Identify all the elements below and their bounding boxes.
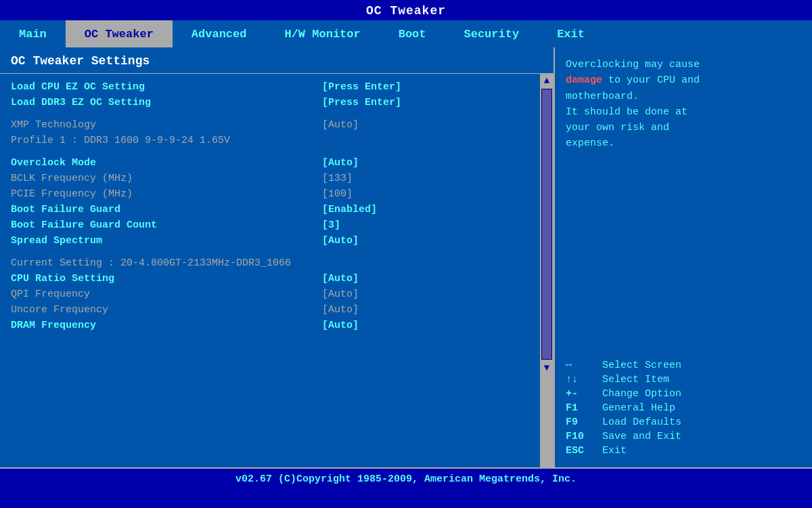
key-action: Save and Exit [602,431,681,442]
scrollbar[interactable]: ▲ ▼ [540,74,554,467]
setting-label: BCLK Frequency (MHz) [11,173,322,184]
menu-item-main[interactable]: Main [0,20,66,47]
setting-row: Load CPU EZ OC Setting[Press Enter] [0,79,540,95]
left-panel-header: OC Tweaker Settings [0,47,554,74]
setting-value: [Auto] [322,235,359,247]
key-symbol: F9 [566,417,602,428]
key-bindings: ↔Select Screen↑↓Select Item+-Change Opti… [566,358,801,458]
setting-label: Overclock Mode [11,157,322,169]
key-binding-row: F9Load Defaults [566,415,801,429]
damage-word: damage [566,75,602,86]
menu-item-exit[interactable]: Exit [538,20,604,47]
setting-value: [Auto] [322,304,359,316]
setting-row [0,148,540,155]
scrollbar-thumb[interactable] [541,89,552,360]
left-panel: OC Tweaker Settings Load CPU EZ OC Setti… [0,47,555,467]
key-action: Select Item [602,374,669,385]
right-panel: Overclocking may causedamage to your CPU… [555,47,812,467]
setting-label: Profile 1 : DDR3 1600 9-9-9-24 1.65V [11,135,322,146]
key-binding-row: ↑↓Select Item [566,373,801,387]
menu-item-hw-monitor[interactable]: H/W Monitor [265,20,379,47]
menu-bar: MainOC TweakerAdvancedH/W MonitorBootSec… [0,20,812,47]
help-text: Overclocking may causedamage to your CPU… [566,57,801,152]
setting-value: [Auto] [322,119,359,131]
key-symbol: ESC [566,445,602,457]
setting-label: QPI Frequency [11,289,322,300]
main-content: OC Tweaker Settings Load CPU EZ OC Setti… [0,47,812,467]
setting-row [0,249,540,255]
scrollbar-down-button[interactable]: ▼ [544,361,549,375]
key-binding-row: F10Save and Exit [566,429,801,444]
setting-row: BCLK Frequency (MHz)[133] [0,171,540,186]
setting-row: PCIE Frequency (MHz)[100] [0,186,540,202]
setting-value: [Auto] [322,157,359,169]
title-bar: OC Tweaker [0,0,812,20]
scrollbar-up-button[interactable]: ▲ [544,74,549,87]
setting-row: DRAM Frequency[Auto] [0,318,540,333]
menu-item-oc-tweaker[interactable]: OC Tweaker [66,20,173,47]
setting-row: Uncore Frequency[Auto] [0,302,540,318]
menu-item-security[interactable]: Security [445,20,539,47]
key-action: General Help [602,402,675,414]
setting-value: [Auto] [322,320,359,331]
setting-row: QPI Frequency[Auto] [0,287,540,302]
setting-label: Boot Failure Guard Count [11,219,322,231]
key-binding-row: ↔Select Screen [566,358,801,373]
setting-row [0,110,540,117]
setting-row: CPU Ratio Setting[Auto] [0,271,540,287]
setting-label: Spread Spectrum [11,235,322,247]
key-symbol: F1 [566,402,602,414]
setting-value: [Press Enter] [322,97,401,108]
setting-label: Load DDR3 EZ OC Setting [11,97,322,108]
setting-row: Boot Failure Guard Count[3] [0,217,540,233]
setting-label: Boot Failure Guard [11,204,322,215]
setting-value: [133] [322,173,353,184]
setting-value: [Enabled] [322,204,377,215]
setting-row: Load DDR3 EZ OC Setting[Press Enter] [0,95,540,110]
key-binding-row: F1General Help [566,401,801,415]
key-action: Load Defaults [602,417,681,428]
setting-label: DRAM Frequency [11,320,322,331]
setting-row: Overclock Mode[Auto] [0,155,540,171]
menu-item-boot[interactable]: Boot [380,20,445,47]
key-action: Exit [602,445,627,457]
setting-value: [3] [322,219,340,231]
key-action: Change Option [602,388,681,400]
key-action: Select Screen [602,360,681,371]
menu-item-advanced[interactable]: Advanced [173,20,266,47]
setting-row: XMP Technology[Auto] [0,117,540,133]
settings-list: Load CPU EZ OC Setting[Press Enter]Load … [0,74,540,467]
setting-value: [Auto] [322,273,359,284]
left-panel-content: Load CPU EZ OC Setting[Press Enter]Load … [0,74,554,467]
key-symbol: F10 [566,431,602,442]
footer: v02.67 (C)Copyright 1985-2009, American … [0,467,812,493]
setting-value: [Auto] [322,289,359,300]
setting-row: Spread Spectrum[Auto] [0,233,540,249]
key-binding-row: +-Change Option [566,387,801,401]
setting-row: Boot Failure Guard[Enabled] [0,202,540,217]
setting-value: [Press Enter] [322,81,401,93]
setting-label: CPU Ratio Setting [11,273,322,284]
setting-label: PCIE Frequency (MHz) [11,188,322,200]
key-binding-row: ESCExit [566,444,801,458]
setting-value: [100] [322,188,353,200]
app-title: OC Tweaker [366,4,446,18]
setting-row: Profile 1 : DDR3 1600 9-9-9-24 1.65V [0,133,540,148]
key-symbol: ↑↓ [566,374,602,385]
footer-text: v02.67 (C)Copyright 1985-2009, American … [235,473,577,485]
setting-label: Load CPU EZ OC Setting [11,81,322,93]
setting-row: Current Setting : 20-4.800GT-2133MHz-DDR… [0,255,540,271]
setting-label: Uncore Frequency [11,304,322,316]
setting-label: Current Setting : 20-4.800GT-2133MHz-DDR… [11,257,322,269]
key-symbol: +- [566,388,602,400]
key-symbol: ↔ [566,360,602,371]
setting-label: XMP Technology [11,119,322,131]
